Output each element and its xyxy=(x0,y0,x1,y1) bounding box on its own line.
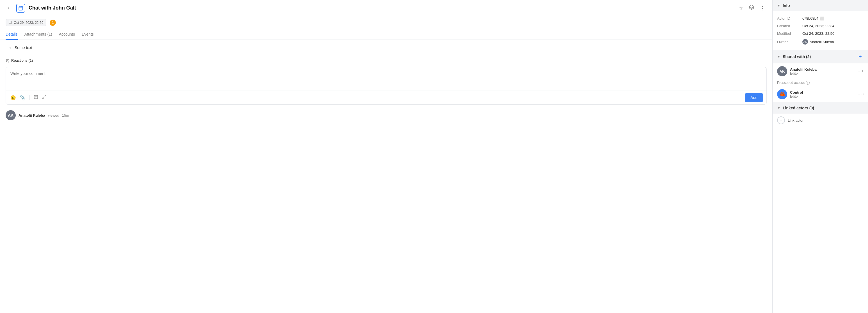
message-item: 1 Some text xyxy=(6,45,767,50)
svg-rect-0 xyxy=(19,6,23,10)
control-name: Control xyxy=(790,90,855,95)
shared-section-header[interactable]: ▼ Shared with (2) + xyxy=(773,50,868,63)
emoji-icon: 🙂 xyxy=(10,95,16,100)
svg-line-16 xyxy=(44,95,46,97)
right-panel: ▼ Info Actor ID c78b68b4 ⬜ Created Oct 2… xyxy=(773,0,868,313)
add-shared-button[interactable]: + xyxy=(857,53,864,60)
template-icon xyxy=(42,95,46,100)
sort-icon xyxy=(6,59,9,63)
back-icon: ← xyxy=(7,5,12,11)
star-button[interactable]: ☆ xyxy=(737,3,745,13)
linked-section: ▼ Linked actors (0) + Link actor xyxy=(773,102,868,127)
info-section-header[interactable]: ▼ Info xyxy=(773,0,868,11)
owner-label: Owner xyxy=(777,40,802,44)
control-role: Editor xyxy=(790,95,855,98)
toolbar-divider xyxy=(29,95,30,100)
created-label: Created xyxy=(777,24,802,28)
tab-accounts[interactable]: Accounts xyxy=(59,29,75,40)
link-actor-plus-icon: + xyxy=(777,116,785,124)
chevron-down-icon-3: ▼ xyxy=(777,106,780,110)
shared-user-role: Editor xyxy=(790,71,855,75)
actor-id-row: Actor ID c78b68b4 ⬜ xyxy=(777,14,864,22)
comment-toolbar: 🙂 📎 xyxy=(6,91,767,104)
presett-info-icon[interactable]: i xyxy=(806,81,810,85)
svg-line-17 xyxy=(43,97,44,99)
info-section-label: Info xyxy=(783,3,790,8)
date-value: Oct 29, 2023; 22:59 xyxy=(14,21,43,25)
linked-section-header[interactable]: ▼ Linked actors (0) xyxy=(773,102,868,114)
comment-input[interactable] xyxy=(6,67,767,90)
message-text: Some text xyxy=(14,45,32,50)
tabs-bar: Details Attachments (1) Accounts Events xyxy=(0,29,772,40)
date-badge: Oct 29, 2023; 22:59 xyxy=(6,19,46,26)
owner-row: Owner AK Anatolii Kuleba xyxy=(777,37,864,46)
tab-events[interactable]: Events xyxy=(82,29,94,40)
control-item: 🦀 Control Editor 0 xyxy=(773,86,868,102)
comment-box: 🙂 📎 xyxy=(6,67,767,104)
created-value: Oct 24, 2023; 22:34 xyxy=(802,24,834,28)
add-comment-button[interactable]: Add xyxy=(745,93,763,102)
shared-user-item: AK Anatolii Kuleba Editor 1 xyxy=(773,63,868,79)
attach-button[interactable]: 📎 xyxy=(19,94,27,101)
shared-section-label: Shared with (2) xyxy=(783,54,811,59)
created-row: Created Oct 24, 2023; 22:34 xyxy=(777,22,864,30)
modified-value: Oct 24, 2023; 22:50 xyxy=(802,31,834,36)
shared-user-info: Anatolii Kuleba Editor xyxy=(790,67,855,75)
shared-section: ▼ Shared with (2) + AK Anatolii Kuleba E… xyxy=(773,50,868,102)
layers-icon xyxy=(749,4,754,11)
count-badge: 1 xyxy=(50,20,56,26)
page-title: Chat with John Galt xyxy=(29,5,734,11)
actor-id-value: c78b68b4 ⬜ xyxy=(802,16,824,21)
chevron-down-icon-2: ▼ xyxy=(777,55,780,59)
owner-value: AK Anatolii Kuleba xyxy=(802,39,834,44)
control-avatar: 🦀 xyxy=(777,89,787,99)
reactions-section: Reactions (1) xyxy=(6,56,767,67)
modified-label: Modified xyxy=(777,31,802,36)
emoji-button[interactable]: 🙂 xyxy=(9,94,17,101)
info-section: ▼ Info Actor ID c78b68b4 ⬜ Created Oct 2… xyxy=(773,0,868,50)
shared-user-avatar: AK xyxy=(777,66,787,76)
main-content: 1 Some text Reactions (1) 🙂 xyxy=(0,40,772,313)
chevron-down-icon: ▼ xyxy=(777,4,780,7)
viewer-info: AK Anatolii Kuleba viewed 15m xyxy=(6,109,767,120)
mention-icon xyxy=(34,95,38,100)
more-button[interactable]: ⋮ xyxy=(758,3,767,13)
calendar-small-icon xyxy=(9,21,12,25)
viewer-avatar: AK xyxy=(6,110,16,120)
viewer-time: 15m xyxy=(62,113,69,118)
header-actions: ☆ ⋮ xyxy=(737,3,767,13)
calendar-icon xyxy=(16,4,25,12)
tab-details[interactable]: Details xyxy=(6,29,18,40)
layers-button[interactable] xyxy=(747,3,756,13)
svg-rect-5 xyxy=(9,21,12,24)
control-info: Control Editor xyxy=(790,90,855,98)
message-number: 1 xyxy=(6,45,11,50)
reactions-label: Reactions (1) xyxy=(11,58,33,63)
control-stat: 0 xyxy=(857,92,864,96)
paperclip-icon: 📎 xyxy=(20,95,26,100)
tab-attachments[interactable]: Attachments (1) xyxy=(24,29,52,40)
back-button[interactable]: ← xyxy=(6,4,13,12)
viewer-name: Anatolii Kuleba xyxy=(19,113,45,118)
shared-user-name: Anatolii Kuleba xyxy=(790,67,855,71)
viewer-action: viewed xyxy=(48,113,59,118)
modified-row: Modified Oct 24, 2023; 22:50 xyxy=(777,30,864,37)
mention-button[interactable] xyxy=(33,94,39,101)
copy-icon[interactable]: ⬜ xyxy=(820,17,824,21)
info-rows: Actor ID c78b68b4 ⬜ Created Oct 24, 2023… xyxy=(773,11,868,50)
star-icon: ☆ xyxy=(739,5,743,11)
actor-id-label: Actor ID xyxy=(777,16,802,21)
owner-avatar: AK xyxy=(802,39,808,44)
more-icon: ⋮ xyxy=(760,5,765,11)
presett-label: Pressetted access i xyxy=(773,79,868,86)
link-actor-item[interactable]: + Link actor xyxy=(773,114,868,127)
linked-section-label: Linked actors (0) xyxy=(783,106,814,110)
template-button[interactable] xyxy=(41,94,48,101)
link-actor-label: Link actor xyxy=(788,118,804,123)
shared-user-stat: 1 xyxy=(857,69,864,73)
